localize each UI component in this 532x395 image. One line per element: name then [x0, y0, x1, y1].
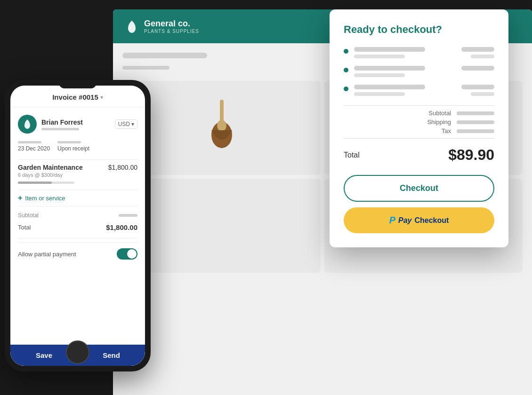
partial-payment-row: Allow partial payment	[18, 242, 137, 265]
product-card-shovel	[122, 81, 321, 175]
item-dot-2	[344, 68, 348, 72]
search-bar-placeholder	[122, 53, 207, 58]
item-header-row: Garden Maintenance $1,800.00	[18, 164, 137, 171]
shipping-value	[457, 120, 494, 124]
svg-point-2	[217, 120, 226, 131]
add-icon: +	[18, 194, 22, 202]
divider-1	[18, 159, 137, 160]
company-info: General co. PLANTS & SUPPLIES	[144, 19, 199, 34]
item-dot-1	[344, 49, 348, 54]
item-details-3	[354, 85, 456, 96]
currency-selector[interactable]: USD ▾	[115, 119, 137, 129]
subtotal-label: Subtotal	[428, 110, 451, 117]
product-card-3	[122, 179, 321, 273]
due-field: Upon receipt	[57, 141, 89, 152]
price-line-sm-1	[471, 55, 494, 58]
phone: Invoice #0015 ▾ Brian Forrest	[5, 80, 151, 371]
divider-2	[18, 190, 137, 190]
checkout-button[interactable]: Checkout	[344, 175, 494, 202]
invoice-total-value: $1,800.00	[106, 223, 137, 231]
invoice-body: Brian Forrest USD ▾ 23 Dec 2020 Upon rec…	[10, 107, 145, 344]
item-price-col-1	[461, 47, 494, 58]
chevron-down-icon: ▾	[100, 94, 103, 101]
paypal-checkout-button[interactable]: P Pay Checkout	[344, 207, 494, 233]
client-info: Brian Forrest	[41, 118, 83, 130]
checkout-modal: Ready to checkout?	[330, 9, 508, 247]
item-line-main-2	[354, 66, 425, 71]
client-left: Brian Forrest	[18, 115, 83, 134]
item-line-sub-1	[354, 55, 405, 58]
date-bar	[18, 141, 41, 143]
item-description: 6 days @ $300/day	[18, 172, 137, 178]
checkout-item-1	[344, 47, 494, 58]
invoice-number: Invoice #0015	[52, 93, 98, 101]
subtotal-value	[457, 111, 494, 115]
checkout-items	[344, 47, 494, 96]
checkout-item-3	[344, 85, 494, 96]
phone-screen: Invoice #0015 ▾ Brian Forrest	[10, 86, 145, 366]
item-line-sub-2	[354, 73, 405, 77]
leaf-avatar-icon	[22, 118, 33, 130]
checkout-divider-2	[344, 138, 494, 139]
divider-4	[18, 238, 137, 238]
company-name: General co.	[144, 19, 199, 29]
toggle-thumb	[127, 249, 137, 259]
divider-3	[18, 206, 137, 206]
item-name: Garden Maintenance	[18, 164, 83, 171]
add-item-row[interactable]: + Item or service	[18, 194, 137, 202]
tax-row: Tax	[442, 127, 494, 134]
due-bar	[57, 141, 81, 143]
phone-home-button[interactable]	[66, 340, 89, 364]
item-details-1	[354, 47, 456, 58]
tax-value	[457, 129, 494, 133]
shipping-row: Shipping	[427, 118, 494, 126]
item-dot-3	[344, 87, 348, 91]
date-row: 23 Dec 2020 Upon receipt	[18, 141, 137, 152]
checkout-divider	[344, 105, 494, 106]
checkout-item-2	[344, 66, 494, 77]
company-tagline: PLANTS & SUPPLIES	[144, 29, 199, 34]
item-progress-fill	[18, 182, 52, 184]
shovel-icon	[203, 100, 241, 156]
due-date: Upon receipt	[57, 145, 89, 152]
paypal-checkout-label: Checkout	[414, 216, 449, 225]
shipping-label: Shipping	[427, 118, 451, 126]
subtotal-bar-sm	[119, 214, 137, 217]
subtotal-row: Subtotal	[428, 110, 494, 117]
price-line-sm-3	[471, 92, 494, 96]
item-progress-bar	[18, 182, 74, 184]
currency-value: USD	[118, 121, 130, 127]
subtotal-section: Subtotal Shipping Tax	[344, 110, 494, 134]
item-price-col-3	[461, 85, 494, 96]
modal-title: Ready to checkout?	[344, 24, 494, 36]
invoice-total-line: Total $1,800.00	[18, 221, 137, 234]
item-line-main-3	[354, 85, 425, 89]
partial-payment-label: Allow partial payment	[18, 251, 76, 258]
currency-chevron-icon: ▾	[131, 121, 134, 127]
item-line-main-1	[354, 47, 425, 52]
total-row: Total $89.90	[344, 146, 494, 164]
invoice-item-row: Garden Maintenance $1,800.00 6 days @ $3…	[18, 164, 137, 184]
partial-payment-toggle[interactable]	[117, 248, 137, 260]
company-logo-icon	[124, 19, 139, 34]
phone-notch	[59, 80, 97, 88]
invoice-date: 23 Dec 2020	[18, 145, 50, 152]
item-line-sub-3	[354, 92, 405, 96]
paypal-text: Pay	[398, 216, 411, 225]
item-price-col-2	[461, 66, 494, 71]
item-price: $1,800.00	[108, 164, 137, 171]
add-item-label: Item or service	[25, 195, 65, 202]
paypal-p-icon: P	[389, 215, 395, 226]
invoice-subtotal-label: Subtotal	[18, 212, 39, 219]
date-field: 23 Dec 2020	[18, 141, 50, 152]
price-line-1	[461, 47, 494, 52]
client-name: Brian Forrest	[41, 118, 83, 126]
invoice-total-label: Total	[18, 224, 31, 231]
sub-bar-placeholder	[122, 66, 169, 70]
total-label: Total	[344, 151, 360, 159]
invoice-subtotal-line: Subtotal	[18, 210, 137, 221]
item-details-2	[354, 66, 456, 77]
total-amount: $89.90	[448, 146, 494, 164]
client-bar	[41, 128, 79, 130]
tax-label: Tax	[442, 127, 451, 134]
